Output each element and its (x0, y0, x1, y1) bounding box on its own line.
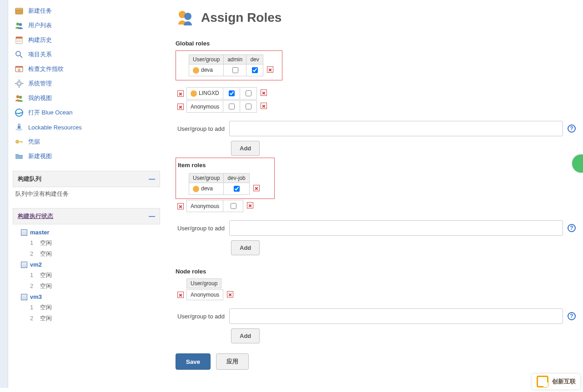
svg-rect-5 (16, 37, 22, 39)
help-icon[interactable]: ? (568, 312, 576, 320)
table-row: Anonymous (187, 101, 271, 113)
menu-new-task[interactable]: 新建任务 (10, 4, 163, 18)
svg-rect-1 (15, 8, 23, 10)
lock-icon (15, 123, 24, 132)
menu-blueocean[interactable]: 打开 Blue Ocean (10, 105, 163, 120)
menu-label: 凭据 (28, 138, 40, 146)
exec-slot: 1 空闲 (21, 302, 157, 313)
key-icon (15, 137, 24, 146)
delete-icon[interactable] (261, 103, 267, 109)
col-usergroup: User/group (189, 174, 224, 183)
menu-label: 构建历史 (28, 36, 52, 44)
delete-icon[interactable] (247, 202, 253, 208)
checkbox-devjob[interactable] (234, 186, 240, 192)
exec-slot: 2 空闲 (21, 281, 157, 292)
item-roles-table: User/group dev-job deva (189, 173, 263, 195)
input-add-node[interactable] (229, 308, 563, 324)
exec-slot: 1 空闲 (21, 270, 157, 281)
build-queue-header[interactable]: 构建队列 — (13, 171, 160, 187)
blueocean-icon (15, 108, 24, 117)
col-usergroup: User/group (189, 55, 224, 65)
btn-add-item[interactable]: Add (231, 240, 260, 255)
checkbox-dev[interactable] (246, 90, 251, 96)
menu-label: Lockable Resources (28, 124, 82, 131)
menu-label: 检查文件指纹 (28, 65, 64, 73)
delete-icon[interactable] (261, 89, 267, 96)
svg-point-12 (18, 69, 20, 71)
user-icon (191, 90, 197, 97)
checkbox-dev[interactable] (252, 67, 258, 73)
menu-label: 用户列表 (28, 21, 52, 30)
help-icon[interactable]: ? (568, 124, 576, 133)
menu-label: 项目关系 (28, 50, 52, 59)
checkbox-admin[interactable] (232, 67, 238, 73)
delete-icon[interactable] (267, 66, 273, 73)
table-row: deva (189, 183, 263, 195)
menu-users[interactable]: 用户列表 (10, 18, 163, 33)
delete-icon[interactable] (177, 90, 184, 97)
folder-plus-icon (15, 152, 24, 161)
svg-point-24 (16, 140, 19, 144)
input-add-global[interactable] (229, 121, 563, 136)
menu-label: 打开 Blue Ocean (28, 109, 73, 117)
gear-icon (15, 79, 24, 88)
delete-icon[interactable] (177, 292, 184, 298)
user-icon (193, 67, 199, 74)
item-roles-title: Item roles (178, 162, 271, 169)
users-icon (15, 21, 24, 30)
main-content: Assign Roles Global roles User/group adm… (163, 0, 583, 388)
exec-node[interactable]: vm3 (21, 292, 157, 302)
checkbox-admin[interactable] (229, 104, 235, 109)
menu-my-views[interactable]: 我的视图 (10, 91, 163, 105)
global-roles-row-lingxd: LINGXD (186, 87, 271, 99)
svg-point-8 (16, 51, 20, 56)
menu-credentials[interactable]: 凭据 (10, 134, 163, 149)
menu-new-view[interactable]: 新建视图 (10, 149, 163, 164)
exec-slot: 2 空闲 (21, 248, 157, 259)
global-roles-row-anonymous: Anonymous (186, 100, 271, 113)
save-button[interactable]: Save (176, 353, 211, 370)
btn-add-global[interactable]: Add (231, 141, 260, 156)
menu-history[interactable]: 构建历史 (10, 33, 163, 47)
btn-add-node[interactable]: Add (231, 328, 260, 343)
checkbox-devjob[interactable] (231, 203, 236, 209)
page-title: Assign Roles (201, 10, 281, 25)
magnifier-icon (15, 50, 24, 59)
collapse-icon[interactable]: — (149, 175, 155, 183)
table-row: Anonymous (187, 290, 237, 300)
checkbox-dev[interactable] (246, 104, 251, 109)
exec-node[interactable]: vm2 (21, 259, 157, 270)
menu-lockable[interactable]: Lockable Resources (10, 120, 163, 134)
global-roles-table: User/group admin dev deva (189, 55, 277, 76)
apply-button[interactable]: 应用 (216, 353, 249, 370)
exec-status-header[interactable]: 构建执行状态 — (13, 208, 160, 224)
svg-rect-23 (18, 126, 20, 129)
collapse-icon[interactable]: — (149, 213, 155, 220)
delete-icon[interactable] (177, 104, 184, 110)
myview-icon (15, 94, 24, 103)
global-roles-highlight: User/group admin dev deva (176, 50, 282, 80)
label-add-node: User/group to add (176, 313, 225, 320)
menu-settings[interactable]: 系统管理 (10, 76, 163, 91)
col-devjob: dev-job (224, 174, 249, 183)
checkbox-admin[interactable] (229, 90, 235, 96)
delete-icon[interactable] (227, 291, 233, 298)
menu-label: 新建任务 (28, 7, 52, 15)
help-icon[interactable]: ? (568, 224, 576, 232)
computer-icon (21, 262, 27, 268)
menu-project-relationship[interactable]: 项目关系 (10, 47, 163, 62)
item-roles-row-anonymous: Anonymous (186, 200, 257, 212)
svg-point-2 (16, 23, 19, 25)
exec-node[interactable]: master (21, 227, 157, 238)
delete-icon[interactable] (177, 203, 184, 209)
menu-fingerprint[interactable]: 检查文件指纹 (10, 62, 163, 76)
input-add-item[interactable] (229, 220, 563, 236)
delete-icon[interactable] (253, 185, 260, 191)
computer-icon (21, 229, 27, 236)
exec-slot: 2 空闲 (21, 313, 157, 324)
assign-roles-icon (176, 8, 195, 27)
node-roles-title: Node roles (176, 268, 576, 275)
build-queue-body: 队列中没有构建任务 (10, 187, 163, 201)
exec-slot: 1 空闲 (21, 238, 157, 248)
node-roles-row-anonymous: Anonymous (186, 289, 237, 300)
